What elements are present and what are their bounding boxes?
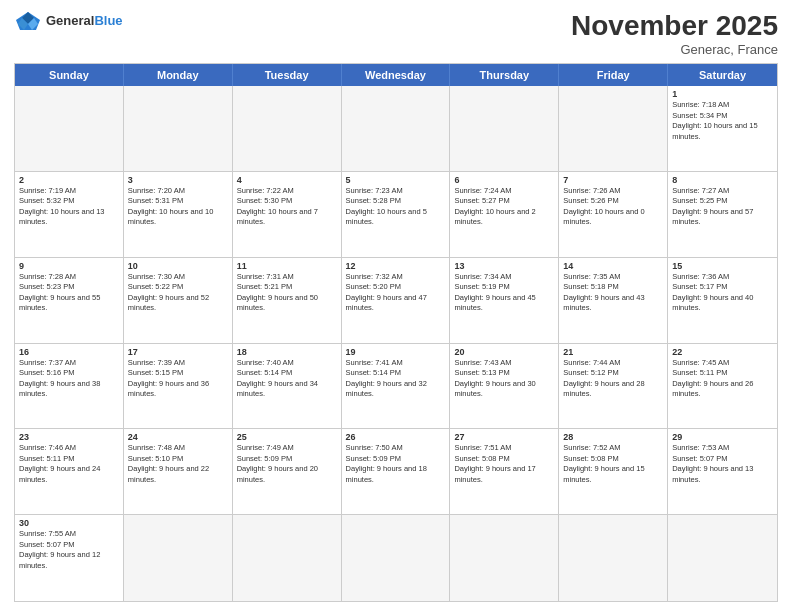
day-number: 20 <box>454 347 554 357</box>
cell-info: Sunrise: 7:40 AMSunset: 5:14 PMDaylight:… <box>237 358 337 400</box>
header-wednesday: Wednesday <box>342 64 451 86</box>
header-thursday: Thursday <box>450 64 559 86</box>
cell-3-0: 16Sunrise: 7:37 AMSunset: 5:16 PMDayligh… <box>15 344 124 429</box>
cell-info: Sunrise: 7:43 AMSunset: 5:13 PMDaylight:… <box>454 358 554 400</box>
cell-info: Sunrise: 7:41 AMSunset: 5:14 PMDaylight:… <box>346 358 446 400</box>
logo: GeneralBlue <box>14 10 123 32</box>
cell-info: Sunrise: 7:28 AMSunset: 5:23 PMDaylight:… <box>19 272 119 314</box>
day-number: 30 <box>19 518 119 528</box>
logo-general: GeneralBlue <box>46 14 123 28</box>
cell-1-0: 2Sunrise: 7:19 AMSunset: 5:32 PMDaylight… <box>15 172 124 257</box>
cell-2-0: 9Sunrise: 7:28 AMSunset: 5:23 PMDaylight… <box>15 258 124 343</box>
cell-1-5: 7Sunrise: 7:26 AMSunset: 5:26 PMDaylight… <box>559 172 668 257</box>
cell-2-4: 13Sunrise: 7:34 AMSunset: 5:19 PMDayligh… <box>450 258 559 343</box>
day-number: 1 <box>672 89 773 99</box>
cell-info: Sunrise: 7:55 AMSunset: 5:07 PMDaylight:… <box>19 529 119 571</box>
cell-info: Sunrise: 7:35 AMSunset: 5:18 PMDaylight:… <box>563 272 663 314</box>
cell-info: Sunrise: 7:22 AMSunset: 5:30 PMDaylight:… <box>237 186 337 228</box>
day-number: 13 <box>454 261 554 271</box>
cell-5-4 <box>450 515 559 601</box>
header-tuesday: Tuesday <box>233 64 342 86</box>
cell-info: Sunrise: 7:52 AMSunset: 5:08 PMDaylight:… <box>563 443 663 485</box>
cell-info: Sunrise: 7:24 AMSunset: 5:27 PMDaylight:… <box>454 186 554 228</box>
cell-info: Sunrise: 7:36 AMSunset: 5:17 PMDaylight:… <box>672 272 773 314</box>
cell-3-1: 17Sunrise: 7:39 AMSunset: 5:15 PMDayligh… <box>124 344 233 429</box>
cell-4-5: 28Sunrise: 7:52 AMSunset: 5:08 PMDayligh… <box>559 429 668 514</box>
week-row-4: 23Sunrise: 7:46 AMSunset: 5:11 PMDayligh… <box>15 429 777 515</box>
header-sunday: Sunday <box>15 64 124 86</box>
day-number: 15 <box>672 261 773 271</box>
day-number: 9 <box>19 261 119 271</box>
cell-0-5 <box>559 86 668 171</box>
day-number: 21 <box>563 347 663 357</box>
cell-info: Sunrise: 7:44 AMSunset: 5:12 PMDaylight:… <box>563 358 663 400</box>
cell-5-5 <box>559 515 668 601</box>
cell-0-0 <box>15 86 124 171</box>
cell-info: Sunrise: 7:49 AMSunset: 5:09 PMDaylight:… <box>237 443 337 485</box>
cell-info: Sunrise: 7:30 AMSunset: 5:22 PMDaylight:… <box>128 272 228 314</box>
cell-3-5: 21Sunrise: 7:44 AMSunset: 5:12 PMDayligh… <box>559 344 668 429</box>
cell-info: Sunrise: 7:34 AMSunset: 5:19 PMDaylight:… <box>454 272 554 314</box>
cell-info: Sunrise: 7:46 AMSunset: 5:11 PMDaylight:… <box>19 443 119 485</box>
month-title: November 2025 <box>571 10 778 42</box>
week-row-2: 9Sunrise: 7:28 AMSunset: 5:23 PMDaylight… <box>15 258 777 344</box>
day-number: 28 <box>563 432 663 442</box>
cell-info: Sunrise: 7:23 AMSunset: 5:28 PMDaylight:… <box>346 186 446 228</box>
logo-icon <box>14 10 42 32</box>
day-number: 22 <box>672 347 773 357</box>
cell-4-3: 26Sunrise: 7:50 AMSunset: 5:09 PMDayligh… <box>342 429 451 514</box>
cell-1-3: 5Sunrise: 7:23 AMSunset: 5:28 PMDaylight… <box>342 172 451 257</box>
cell-2-2: 11Sunrise: 7:31 AMSunset: 5:21 PMDayligh… <box>233 258 342 343</box>
cell-2-5: 14Sunrise: 7:35 AMSunset: 5:18 PMDayligh… <box>559 258 668 343</box>
day-number: 18 <box>237 347 337 357</box>
day-number: 14 <box>563 261 663 271</box>
day-number: 27 <box>454 432 554 442</box>
cell-info: Sunrise: 7:26 AMSunset: 5:26 PMDaylight:… <box>563 186 663 228</box>
cell-4-1: 24Sunrise: 7:48 AMSunset: 5:10 PMDayligh… <box>124 429 233 514</box>
cell-2-6: 15Sunrise: 7:36 AMSunset: 5:17 PMDayligh… <box>668 258 777 343</box>
calendar-body: 1Sunrise: 7:18 AMSunset: 5:34 PMDaylight… <box>15 86 777 601</box>
cell-0-3 <box>342 86 451 171</box>
cell-1-2: 4Sunrise: 7:22 AMSunset: 5:30 PMDaylight… <box>233 172 342 257</box>
cell-4-2: 25Sunrise: 7:49 AMSunset: 5:09 PMDayligh… <box>233 429 342 514</box>
cell-info: Sunrise: 7:37 AMSunset: 5:16 PMDaylight:… <box>19 358 119 400</box>
week-row-5: 30Sunrise: 7:55 AMSunset: 5:07 PMDayligh… <box>15 515 777 601</box>
cell-0-1 <box>124 86 233 171</box>
cell-info: Sunrise: 7:48 AMSunset: 5:10 PMDaylight:… <box>128 443 228 485</box>
cell-info: Sunrise: 7:50 AMSunset: 5:09 PMDaylight:… <box>346 443 446 485</box>
day-number: 17 <box>128 347 228 357</box>
cell-4-0: 23Sunrise: 7:46 AMSunset: 5:11 PMDayligh… <box>15 429 124 514</box>
day-number: 8 <box>672 175 773 185</box>
cell-info: Sunrise: 7:27 AMSunset: 5:25 PMDaylight:… <box>672 186 773 228</box>
cell-0-6: 1Sunrise: 7:18 AMSunset: 5:34 PMDaylight… <box>668 86 777 171</box>
week-row-0: 1Sunrise: 7:18 AMSunset: 5:34 PMDaylight… <box>15 86 777 172</box>
day-number: 26 <box>346 432 446 442</box>
day-number: 3 <box>128 175 228 185</box>
logo-text: GeneralBlue <box>46 14 123 28</box>
cell-info: Sunrise: 7:20 AMSunset: 5:31 PMDaylight:… <box>128 186 228 228</box>
cell-3-4: 20Sunrise: 7:43 AMSunset: 5:13 PMDayligh… <box>450 344 559 429</box>
day-number: 2 <box>19 175 119 185</box>
calendar: Sunday Monday Tuesday Wednesday Thursday… <box>14 63 778 602</box>
cell-info: Sunrise: 7:19 AMSunset: 5:32 PMDaylight:… <box>19 186 119 228</box>
day-number: 16 <box>19 347 119 357</box>
cell-info: Sunrise: 7:53 AMSunset: 5:07 PMDaylight:… <box>672 443 773 485</box>
cell-1-4: 6Sunrise: 7:24 AMSunset: 5:27 PMDaylight… <box>450 172 559 257</box>
calendar-header: Sunday Monday Tuesday Wednesday Thursday… <box>15 64 777 86</box>
cell-5-6 <box>668 515 777 601</box>
week-row-1: 2Sunrise: 7:19 AMSunset: 5:32 PMDaylight… <box>15 172 777 258</box>
cell-info: Sunrise: 7:45 AMSunset: 5:11 PMDaylight:… <box>672 358 773 400</box>
cell-5-0: 30Sunrise: 7:55 AMSunset: 5:07 PMDayligh… <box>15 515 124 601</box>
day-number: 7 <box>563 175 663 185</box>
cell-3-6: 22Sunrise: 7:45 AMSunset: 5:11 PMDayligh… <box>668 344 777 429</box>
title-block: November 2025 Generac, France <box>571 10 778 57</box>
page: GeneralBlue November 2025 Generac, Franc… <box>0 0 792 612</box>
cell-1-6: 8Sunrise: 7:27 AMSunset: 5:25 PMDaylight… <box>668 172 777 257</box>
cell-0-2 <box>233 86 342 171</box>
header-saturday: Saturday <box>668 64 777 86</box>
day-number: 6 <box>454 175 554 185</box>
logo-blue: Blue <box>94 13 122 28</box>
cell-5-2 <box>233 515 342 601</box>
cell-info: Sunrise: 7:39 AMSunset: 5:15 PMDaylight:… <box>128 358 228 400</box>
day-number: 24 <box>128 432 228 442</box>
